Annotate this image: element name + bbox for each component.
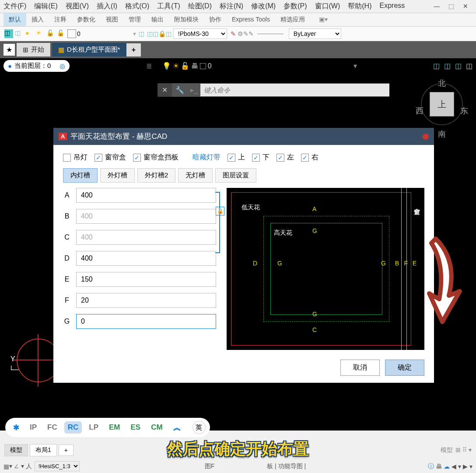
ribbon-collab[interactable]: 协作 <box>204 13 227 26</box>
ime-indicator[interactable]: 英 <box>192 421 206 434</box>
cube-south[interactable]: 南 <box>438 129 446 139</box>
layergroup-icon4[interactable]: ◫ <box>466 62 472 70</box>
ribbon-tabs[interactable]: 默认 插入 注释 参数化 视图 管理 输出 附加模块 协作 Express To… <box>0 13 476 27</box>
match-icon[interactable]: ✎ <box>231 30 236 37</box>
input-d[interactable] <box>76 251 216 266</box>
ribbon-annotate[interactable]: 注释 <box>49 13 72 26</box>
tab-layout1[interactable]: 布局1 <box>30 444 57 456</box>
cloud-icon[interactable]: ☁ <box>444 463 450 470</box>
bulb-icon[interactable]: 💡 <box>162 62 171 70</box>
tool-rc[interactable]: RC <box>64 421 82 434</box>
lock-icon[interactable]: 🔓 <box>46 29 55 38</box>
linetype-select[interactable]: !PboMS-30 <box>173 28 227 39</box>
ribbon-output[interactable]: 输出 <box>146 13 169 26</box>
favorite-icon[interactable]: ★ <box>4 44 15 56</box>
menu-modify[interactable]: 修改(M) <box>251 2 276 11</box>
unlock-icon[interactable]: 🔓 <box>57 29 66 38</box>
cancel-button[interactable]: 取消 <box>340 360 380 376</box>
layerprops-icon3[interactable]: ◫ <box>153 30 158 37</box>
chk-right[interactable]: 右 <box>301 153 318 162</box>
menu-window[interactable]: 窗口(W) <box>315 2 340 11</box>
cube-west[interactable]: 西 <box>416 106 424 116</box>
menu-view[interactable]: 视图(V) <box>66 2 89 11</box>
menu-annotate[interactable]: 标注(N) <box>220 2 243 11</box>
model-toggle[interactable]: 模型 <box>441 446 453 454</box>
color-swatch[interactable] <box>200 63 206 69</box>
ribbon-parametric[interactable]: 参数化 <box>72 13 101 26</box>
tool-icon[interactable]: ⚙ <box>238 30 243 37</box>
ribbon-insert[interactable]: 插入 <box>26 13 49 26</box>
ribbon-featured[interactable]: 精选应用 <box>275 13 310 26</box>
tool-icon2[interactable]: ✎ <box>243 30 248 37</box>
lock-link-icon[interactable]: 🔒 <box>216 207 224 215</box>
input-f[interactable] <box>76 293 216 308</box>
chk-up[interactable]: 上 <box>228 153 245 162</box>
menu-tools[interactable]: 工具(T) <box>157 2 180 11</box>
menu-draw[interactable]: 绘图(D) <box>188 2 212 11</box>
input-a[interactable] <box>76 188 216 203</box>
textstyle-select[interactable]: !HesiSC_1:3 <box>35 461 80 471</box>
layerprops-icon4[interactable]: ◫ <box>166 30 172 37</box>
layergroup-icon3[interactable]: ◫ <box>455 62 462 70</box>
dialog-titlebar[interactable]: A 平面天花造型布置 - 赫思CAD <box>53 128 434 145</box>
tab-model[interactable]: 模型 <box>4 444 28 456</box>
tab-add-layout[interactable]: + <box>59 445 74 456</box>
menu-file[interactable]: 文件(F) <box>4 2 26 11</box>
tool-em[interactable]: EM <box>105 421 124 434</box>
layerprops-icon[interactable]: ◫ <box>139 30 144 37</box>
subtab-none[interactable]: 无灯槽 <box>178 168 213 183</box>
chk-chuanglian[interactable]: 窗帘盒 <box>94 153 126 162</box>
ribbon-collapse-icon[interactable]: ▣▾ <box>314 13 333 26</box>
tool-cm[interactable]: CM <box>147 421 166 434</box>
target-icon[interactable]: ◎ <box>60 62 65 70</box>
menu-help[interactable]: 帮助(H) <box>348 2 371 11</box>
input-c[interactable] <box>76 230 216 245</box>
print-icon[interactable]: 🖶 <box>191 62 198 70</box>
tool-ip[interactable]: IP <box>26 421 40 434</box>
color-icon[interactable] <box>67 29 76 38</box>
grid-icon[interactable]: ⊞ ⠿ ▾ <box>455 446 472 454</box>
menu-format[interactable]: 格式(O) <box>125 2 149 11</box>
layers-icon[interactable]: ◫ <box>4 29 13 38</box>
input-b[interactable] <box>76 209 216 224</box>
ok-button[interactable]: 确定 <box>385 360 424 376</box>
menu-edit[interactable]: 编辑(E) <box>34 2 57 11</box>
layerlock-icon[interactable]: 🔒 <box>158 30 166 37</box>
subtab-inner[interactable]: 内灯槽 <box>63 168 98 183</box>
ribbon-express[interactable]: Express Tools <box>227 13 275 26</box>
layers-icon2[interactable]: ◫ <box>15 29 24 38</box>
sun-icon[interactable]: ☀ <box>173 62 179 70</box>
ribbon-default[interactable]: 默认 <box>4 13 26 26</box>
tool-es[interactable]: ES <box>127 421 144 434</box>
input-g[interactable] <box>76 314 216 329</box>
quick-tools-pill[interactable]: ✱ IP FC RC LP EM ES CM ︽ 英 <box>5 418 210 437</box>
layergroup-icon2[interactable]: ◫ <box>444 62 451 70</box>
window-controls[interactable]: — ⬚ ✕ <box>434 3 472 10</box>
chk-left[interactable]: 左 <box>276 153 294 162</box>
lock-icon[interactable]: 🔓 <box>181 62 189 70</box>
status-icon[interactable]: ▦ <box>4 463 9 470</box>
gear-icon[interactable]: ✱ <box>10 421 23 434</box>
chk-dangban[interactable]: 窗帘盒挡板 <box>133 153 178 162</box>
tab-start[interactable]: ⊞开始 <box>17 43 50 56</box>
input-e[interactable] <box>76 272 216 287</box>
command-line[interactable]: ✕ 🔧 ▸_ <box>158 83 389 97</box>
layergroup-icon[interactable]: ◫ <box>433 62 440 70</box>
subtab-outer[interactable]: 外灯槽 <box>100 168 135 183</box>
menu-express[interactable]: Express <box>379 2 405 11</box>
bulb-on-icon[interactable]: ● <box>25 29 34 38</box>
ribbon-view[interactable]: 视图 <box>101 13 123 26</box>
cube-top[interactable]: 上 <box>430 92 454 116</box>
subtab-outer2[interactable]: 外灯槽2 <box>137 168 175 183</box>
tab-add[interactable]: + <box>126 43 141 56</box>
bylayer-select[interactable]: ByLayer <box>289 28 341 39</box>
cmd-settings-icon[interactable]: 🔧 <box>172 86 188 94</box>
layerprops-icon2[interactable]: ◫ <box>147 30 153 37</box>
chk-diaodeng[interactable]: 吊灯 <box>63 153 88 162</box>
status-icon2[interactable]: ▾ ∠ ▾ 人 <box>9 462 32 470</box>
cmd-close-icon[interactable]: ✕ <box>158 83 172 97</box>
menu-bar[interactable]: 文件(F) 编辑(E) 视图(V) 插入(I) 格式(O) 工具(T) 绘图(D… <box>0 0 476 13</box>
close-icon[interactable] <box>423 134 429 140</box>
subtab-layers[interactable]: 图层设置 <box>215 168 256 183</box>
ribbon-manage[interactable]: 管理 <box>123 13 146 26</box>
